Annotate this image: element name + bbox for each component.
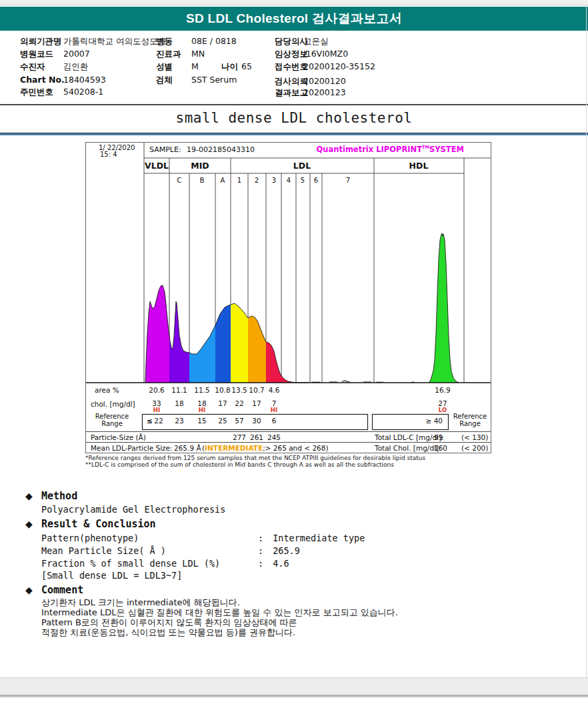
section-title: small dense LDL cholesterol	[0, 110, 588, 126]
total-chol-ref: (< 200)	[461, 444, 488, 452]
mean-size-detail: (INTERMEDIATE;> 265 and < 268)	[202, 444, 329, 452]
sample-value: 19-002185043310	[187, 145, 255, 154]
sub-3: 3	[272, 177, 276, 184]
ref-le-symbol: ≤	[147, 417, 153, 425]
report-header-bar: SD LDL Cholesterol 검사결과보고서	[0, 7, 588, 31]
comment-line: 적절한 치료(운동요법, 식이요법 또는 약물요법 등)를 권유합니다.	[41, 627, 295, 639]
sex-value: M	[191, 61, 199, 71]
age-value: 65	[241, 61, 252, 71]
req-value: 20200120	[303, 76, 346, 86]
result-value: Intermediate type	[273, 533, 365, 543]
rrn-label: 주민번호	[20, 87, 53, 98]
area-value: 20.6	[149, 386, 164, 394]
total-ldl-ref: (< 130)	[461, 433, 488, 441]
ref-label-right-1: Reference	[453, 413, 487, 420]
ref-value: 25	[218, 417, 227, 425]
lipoprint-gel-chart: 1/ 22/2020 15: 4 SAMPLE: 19-002185043310…	[85, 142, 491, 453]
lipoprint-gel-svg	[85, 142, 491, 453]
diamond-bullet: ◆	[25, 491, 33, 501]
diamond-bullet: ◆	[25, 585, 33, 595]
group-mid: MID	[191, 161, 209, 171]
result-row: Mean Particle Size( Å ):265.9	[41, 545, 300, 556]
chol-flag: LO	[439, 407, 447, 413]
colon: :	[258, 558, 263, 569]
particle-value: 277	[233, 433, 246, 441]
sub-4: 4	[287, 177, 291, 184]
report-title: SD LDL Cholesterol 검사결과보고서	[186, 10, 402, 27]
ref-label-right-2: Range	[459, 420, 481, 427]
ref-value: 22	[154, 417, 163, 425]
ward-label: 병동	[156, 36, 173, 47]
sub-6: 6	[314, 177, 318, 184]
intermediate-flag: INTERMEDIATE	[205, 444, 263, 452]
chol-flag: HI	[199, 407, 205, 413]
colon: :	[258, 533, 263, 543]
mean-size-value: 265.9 Å	[174, 444, 201, 452]
total-chol-value: 160	[434, 444, 447, 452]
gel-time: 15: 4	[100, 151, 117, 158]
result-label: Pattern(phenotype)	[41, 533, 258, 543]
rrn-value: 540208-1	[63, 87, 103, 97]
ref-value: 57	[235, 417, 243, 425]
report-date-value: 20200123	[303, 87, 346, 97]
window-top-strip	[0, 0, 588, 5]
area-row-label: area %	[95, 386, 119, 394]
ref-label-left-1: Reference	[95, 413, 129, 420]
result-label: Fraction % of small dense LDL (%)	[41, 558, 258, 569]
ref-value: 23	[175, 417, 183, 425]
ldl1-region	[231, 303, 248, 383]
mean-size-label: Mean LDL-Particle Size:	[91, 444, 173, 452]
group-vldl: VLDL	[145, 161, 169, 171]
chol-flag: HI	[271, 407, 277, 413]
total-ldl-value: 99	[434, 433, 443, 441]
colon: :	[258, 545, 263, 556]
window-footer-bar	[0, 677, 588, 695]
hosp-label: 병원코드	[20, 49, 53, 60]
result-row: Fraction % of small dense LDL (%):4.6	[41, 558, 289, 569]
total-chol-label: Total Chol. [mg/dl]:	[375, 444, 441, 452]
method-heading: Method	[41, 490, 77, 502]
diamond-bullet: ◆	[25, 519, 33, 529]
divider-rule-blue	[0, 133, 588, 135]
specimen-label: 검체	[156, 75, 173, 86]
result-label: Mean Particle Size( Å )	[41, 545, 258, 556]
group-hdl: HDL	[409, 161, 429, 171]
comment-heading: Comment	[41, 584, 83, 596]
particle-row-label: Particle-Size (Å)	[91, 433, 146, 441]
sub-c: C	[177, 177, 182, 184]
result-heading: Result & Conclusion	[41, 518, 156, 530]
sample-label: SAMPLE:	[149, 145, 181, 154]
result-row: Pattern(phenotype):Intermediate type	[41, 533, 365, 543]
sub-b: B	[200, 177, 205, 184]
particle-value: 245	[267, 433, 281, 441]
chol-value: 18	[175, 399, 183, 407]
area-value: 4.6	[269, 386, 280, 394]
doctor-value: 고은실	[303, 36, 329, 47]
sub-a: A	[221, 177, 225, 184]
chartno-label: Chart No.	[20, 75, 65, 85]
dept-value: MN	[191, 49, 205, 59]
result-value: 265.9	[273, 545, 300, 556]
ref-value: 30	[252, 417, 261, 425]
ref-value: 15	[197, 417, 206, 425]
clinical-value: I16VI0MZ0	[303, 49, 348, 59]
sub-2: 2	[255, 177, 259, 184]
particle-value: 261	[250, 433, 263, 441]
area-value: 10.8	[215, 386, 230, 394]
area-value: 16.9	[435, 386, 450, 394]
footnote-1: *Reference ranges derived from 125 serum…	[85, 455, 425, 461]
chol-value: 17	[218, 399, 227, 407]
ward-value: 08E / 0818	[191, 36, 237, 46]
age-label: 나이	[221, 61, 238, 73]
window-footer-shadow-light	[0, 697, 588, 698]
chart-border	[86, 143, 491, 453]
sub-1: 1	[237, 177, 241, 184]
divider-rule	[0, 104, 588, 105]
ref-value: 6	[272, 417, 277, 425]
sub-7: 7	[346, 177, 350, 184]
area-value: 13.5	[231, 386, 247, 394]
chol-row-label: chol. [mg/dl]	[91, 400, 135, 408]
chartno-value: 18404593	[63, 75, 106, 85]
hosp-value: 20007	[63, 49, 90, 59]
result-value: 4.6	[273, 558, 289, 569]
